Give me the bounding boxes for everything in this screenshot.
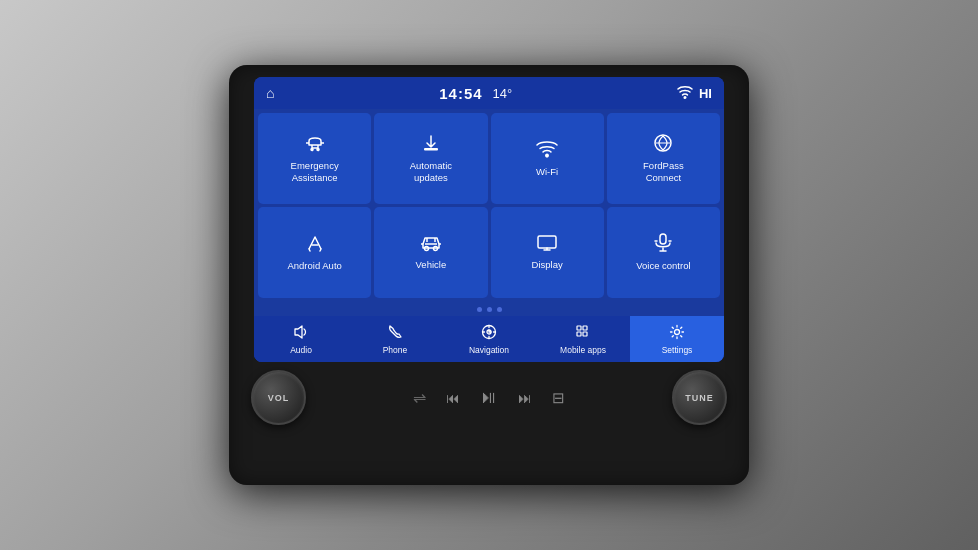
- svg-point-0: [684, 96, 686, 98]
- svg-rect-12: [577, 326, 581, 330]
- android-auto-label: Android Auto: [287, 260, 341, 272]
- grid-row-2: Android Auto Vehicle: [258, 207, 720, 298]
- wifi-status-icon: [677, 84, 693, 103]
- status-time: 14:54: [439, 85, 482, 102]
- emergency-assistance-cell[interactable]: EmergencyAssistance: [258, 113, 371, 204]
- svg-rect-13: [583, 326, 587, 330]
- voice-control-icon: [654, 233, 672, 256]
- voice-control-label: Voice control: [636, 260, 690, 272]
- fordpass-connect-label: FordPassConnect: [643, 160, 684, 185]
- mobile-apps-label: Mobile apps: [560, 345, 606, 355]
- svg-rect-3: [424, 148, 438, 151]
- infotainment-screen: ⌂ 14:54 14° HI: [254, 77, 724, 362]
- dot-2: [487, 307, 492, 312]
- display-label: Display: [532, 259, 563, 271]
- main-grid: EmergencyAssistance Automaticupdates: [254, 109, 724, 302]
- dot-1: [477, 307, 482, 312]
- svg-point-2: [317, 148, 319, 150]
- status-right: HI: [677, 84, 712, 103]
- svg-rect-15: [583, 332, 587, 336]
- voice-control-cell[interactable]: Voice control: [607, 207, 720, 298]
- fordpass-connect-icon: [653, 133, 673, 156]
- svg-rect-9: [660, 234, 666, 244]
- eq-button[interactable]: ⇌: [409, 384, 430, 411]
- svg-point-4: [546, 154, 548, 156]
- phone-label: Phone: [383, 345, 408, 355]
- wifi-label: Wi-Fi: [536, 166, 558, 178]
- emergency-assistance-icon: [305, 133, 325, 156]
- navigation-label: Navigation: [469, 345, 509, 355]
- tune-knob[interactable]: TUNE: [672, 370, 727, 425]
- nav-audio[interactable]: Audio: [254, 316, 348, 362]
- audio-icon: [293, 324, 309, 343]
- media-controls: ⇌ ⏮ ⏯ ⏭ ⊟: [409, 383, 569, 412]
- nav-mobile-apps[interactable]: Mobile apps: [536, 316, 630, 362]
- automatic-updates-cell[interactable]: Automaticupdates: [374, 113, 487, 204]
- skip-forward-button[interactable]: ⏭: [514, 386, 536, 410]
- fordpass-connect-cell[interactable]: FordPassConnect: [607, 113, 720, 204]
- svg-point-1: [311, 148, 313, 150]
- status-greeting: HI: [699, 86, 712, 101]
- settings-label: Settings: [662, 345, 693, 355]
- mute-button[interactable]: ⊟: [548, 385, 569, 411]
- bottom-nav: Audio Phone: [254, 316, 724, 362]
- android-auto-cell[interactable]: Android Auto: [258, 207, 371, 298]
- status-temperature: 14°: [493, 86, 513, 101]
- audio-label: Audio: [290, 345, 312, 355]
- display-cell[interactable]: Display: [491, 207, 604, 298]
- wifi-cell[interactable]: Wi-Fi: [491, 113, 604, 204]
- automatic-updates-label: Automaticupdates: [410, 160, 452, 185]
- android-auto-icon: [305, 233, 325, 256]
- svg-rect-14: [577, 332, 581, 336]
- vehicle-label: Vehicle: [416, 259, 447, 271]
- mobile-apps-icon: [575, 324, 591, 343]
- page-dots: [254, 302, 724, 316]
- vehicle-cell[interactable]: Vehicle: [374, 207, 487, 298]
- svg-rect-8: [538, 236, 556, 248]
- status-left: ⌂: [266, 85, 274, 101]
- phone-icon: [387, 324, 403, 343]
- vol-knob[interactable]: VOL: [251, 370, 306, 425]
- grid-row-1: EmergencyAssistance Automaticupdates: [258, 113, 720, 204]
- display-icon: [536, 234, 558, 255]
- vehicle-icon: [420, 234, 442, 255]
- svg-point-16: [675, 329, 680, 334]
- play-pause-button[interactable]: ⏯: [476, 383, 502, 412]
- home-icon[interactable]: ⌂: [266, 85, 274, 101]
- wifi-icon: [536, 139, 558, 162]
- emergency-assistance-label: EmergencyAssistance: [291, 160, 339, 185]
- status-bar: ⌂ 14:54 14° HI: [254, 77, 724, 109]
- controls-row: VOL ⇌ ⏮ ⏯ ⏭ ⊟ TUNE: [241, 370, 737, 425]
- nav-phone[interactable]: Phone: [348, 316, 442, 362]
- navigation-icon: [481, 324, 497, 343]
- dashboard-surround: ⌂ 14:54 14° HI: [229, 65, 749, 485]
- nav-navigation[interactable]: Navigation: [442, 316, 536, 362]
- automatic-updates-icon: [421, 133, 441, 156]
- nav-settings[interactable]: Settings: [630, 316, 724, 362]
- settings-icon: [669, 324, 685, 343]
- dot-3: [497, 307, 502, 312]
- skip-back-button[interactable]: ⏮: [442, 386, 464, 410]
